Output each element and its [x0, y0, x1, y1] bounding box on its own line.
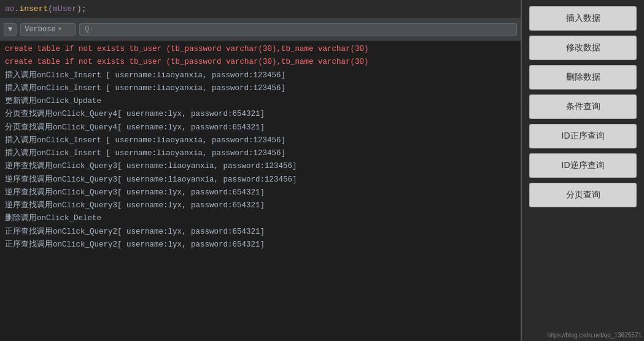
page-query-button[interactable]: 分页查询 [529, 183, 637, 207]
code-top-bar: ao.insert(mUser); [0, 0, 521, 18]
search-box[interactable]: Q· [79, 23, 517, 36]
id-asc-query-button[interactable]: ID正序查询 [529, 124, 637, 148]
log-line: 正序查找调用onClick_Query2[ username:lyx, pass… [5, 239, 516, 251]
verbose-dropdown[interactable]: Verbose ▼ [20, 23, 76, 36]
code-snippet: ao.insert(mUser); [5, 4, 87, 13]
right-panel: 插入数据修改数据删除数据条件查询ID正序查询ID逆序查询分页查询 [521, 0, 644, 341]
update-data-button[interactable]: 修改数据 [529, 36, 637, 60]
log-line: 插入调用onClick_Insert [ username:liaoyanxia… [5, 147, 516, 160]
log-line: 插入调用onClick_Insert [ username:liaoyanxia… [5, 82, 516, 95]
log-line: 逆序查找调用onClick_Query3[ username:lyx, pass… [5, 199, 516, 212]
log-line: 插入调用onClick_Insert [ username:liaoyanxia… [5, 134, 516, 147]
dropdown1-label: ▼ [8, 25, 12, 34]
log-line: 分页查找调用onClick_Query4[ username:lyx, pass… [5, 121, 516, 134]
log-line: 更新调用onClick_Update [5, 95, 516, 108]
log-line: 逆序查找调用onClick_Query3[ username:lyx, pass… [5, 186, 516, 199]
log-line: create table if not exists tb_user (tb_p… [5, 43, 516, 56]
log-line: 逆序查找调用onClick_Query3[ username:liaoyanxi… [5, 160, 516, 173]
toolbar: ▼ Verbose ▼ Q· [0, 18, 521, 40]
watermark: https://blog.csdn.net/qq_13625571 [548, 332, 642, 339]
log-line: 逆序查找调用onClick_Query3[ username:liaoyanxi… [5, 174, 516, 186]
insert-data-button[interactable]: 插入数据 [529, 6, 637, 31]
log-line: 分页查找调用onClick_Query4[ username:lyx, pass… [5, 108, 516, 121]
search-icon: Q· [85, 25, 93, 34]
dropdown1[interactable]: ▼ [4, 23, 17, 36]
left-panel: ao.insert(mUser); ▼ Verbose ▼ Q· create … [0, 0, 521, 341]
log-line: 正序查找调用onClick_Query2[ username:lyx, pass… [5, 226, 516, 239]
verbose-label: Verbose [25, 25, 55, 34]
verbose-arrow: ▼ [58, 26, 61, 33]
log-line: create table if not exists tb_user (tb_p… [5, 56, 516, 69]
log-line: 删除调用onClick_Delete [5, 212, 516, 225]
log-area[interactable]: create table if not exists tb_user (tb_p… [0, 40, 521, 341]
log-line: 插入调用onClick_Insert [ username:liaoyanxia… [5, 69, 516, 82]
delete-data-button[interactable]: 删除数据 [529, 65, 637, 90]
condition-query-button[interactable]: 条件查询 [529, 94, 637, 119]
id-desc-query-button[interactable]: ID逆序查询 [529, 153, 637, 178]
